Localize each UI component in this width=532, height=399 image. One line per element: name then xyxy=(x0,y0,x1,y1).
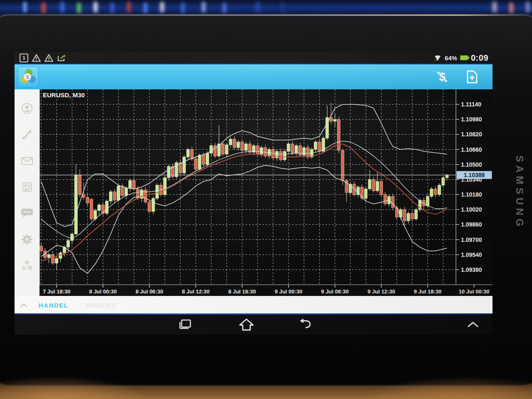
sidebar-item-settings[interactable] xyxy=(15,228,39,251)
time-tick-label: 8 Jul 12:30 xyxy=(182,288,210,295)
tablet-screen: 1 xyxy=(15,52,493,335)
back-icon xyxy=(297,318,312,331)
price-tick-label: 1.09860 xyxy=(461,221,482,228)
time-tick-label: 7 Jul 18:30 xyxy=(43,288,71,295)
app-toolbar: $ $ xyxy=(15,64,493,89)
mail-icon xyxy=(20,155,34,167)
back-button[interactable] xyxy=(290,315,319,334)
chart-background xyxy=(39,89,493,296)
sidebar-item-trade[interactable] xyxy=(15,123,39,146)
price-tick-label: 1.10660 xyxy=(461,146,482,153)
tablet-body: SAMSUNG 1 xyxy=(0,14,532,386)
time-tick-label: 9 Jul 12:30 xyxy=(367,288,395,295)
tab-handel[interactable]: HANDEL xyxy=(39,302,69,309)
time-tick-label: 8 Jul 00:30 xyxy=(89,288,117,295)
metatrader5-logo-icon: $ xyxy=(20,68,37,86)
mt5-app-logo-button[interactable]: $ xyxy=(18,66,39,87)
status-clock: 0:09 xyxy=(471,53,488,63)
screenshot-arrow-icon[interactable] xyxy=(57,54,67,62)
time-tick-label: 8 Jul 18:30 xyxy=(228,288,256,295)
new-order-button[interactable] xyxy=(463,67,482,86)
price-tick-label: 1.11140 xyxy=(461,101,481,108)
time-tick-label: 10 Jul 00:30 xyxy=(459,288,490,295)
battery-icon xyxy=(460,55,468,60)
journal-logo-icon xyxy=(20,259,34,272)
price-chart[interactable]: 1.111401.109801.108201.106601.105001.103… xyxy=(39,89,493,296)
trade-dollar-icon: $ xyxy=(433,69,451,85)
samsung-logo: SAMSUNG xyxy=(514,155,525,230)
nav-expand-button[interactable] xyxy=(458,315,488,334)
chat-icon xyxy=(20,207,34,220)
tab-orders[interactable]: ORDERS xyxy=(86,302,116,309)
price-tick-label: 1.10980 xyxy=(461,116,482,123)
trade-arrows-icon xyxy=(20,128,34,141)
android-status-bar: 1 xyxy=(15,52,493,64)
price-tick-label: 1.10180 xyxy=(461,191,482,198)
price-tick-label: 1.09380 xyxy=(461,266,482,273)
time-tick-label: 8 Jul 06:30 xyxy=(135,288,163,295)
account-icon xyxy=(20,102,34,115)
bottom-tab-bar: HANDEL ORDERS xyxy=(15,296,493,315)
background-bokeh-lights xyxy=(23,2,27,12)
home-icon xyxy=(239,318,254,331)
chevron-up-icon[interactable] xyxy=(20,303,27,307)
time-tick-label: 9 Jul 18:30 xyxy=(414,288,442,295)
android-nav-bar xyxy=(15,315,493,335)
battery-percent: 64% xyxy=(445,54,457,62)
wifi-icon xyxy=(433,54,442,62)
price-tick-label: 1.10820 xyxy=(461,131,482,138)
settings-gear-icon xyxy=(20,233,34,246)
candlestick-chart-svg: 1.111401.109801.108201.106601.105001.103… xyxy=(39,89,493,296)
sidebar-item-news[interactable] xyxy=(15,175,39,199)
home-button[interactable] xyxy=(232,315,261,334)
recents-icon xyxy=(177,318,192,331)
svg-text:$: $ xyxy=(439,70,446,83)
warning-triangle-icon[interactable] xyxy=(32,54,41,62)
price-tick-label: 1.10500 xyxy=(461,161,482,168)
sidebar-item-chat[interactable] xyxy=(15,202,39,225)
chevron-up-icon xyxy=(467,322,479,328)
sidebar-item-accounts[interactable] xyxy=(15,97,39,120)
notification-count-badge[interactable]: 1 xyxy=(20,54,28,62)
svg-text:$: $ xyxy=(26,74,29,80)
price-tick-label: 1.09540 xyxy=(461,251,482,258)
news-icon xyxy=(20,180,34,194)
price-tick-label: 1.09700 xyxy=(461,236,482,243)
sidebar-item-mail[interactable] xyxy=(15,149,39,172)
time-tick-label: 9 Jul 00:30 xyxy=(275,288,303,295)
current-price-label: 1.10388 xyxy=(464,172,485,178)
recents-button[interactable] xyxy=(170,315,200,334)
sidebar-item-journal[interactable] xyxy=(15,254,39,277)
new-order-icon xyxy=(466,69,479,84)
chart-symbol-label: EURUSD, M30 xyxy=(43,91,85,99)
trade-dollar-button[interactable]: $ xyxy=(433,67,452,86)
warning-triangle-icon[interactable] xyxy=(44,54,53,62)
time-tick-label: 9 Jul 06:30 xyxy=(321,288,349,295)
price-tick-label: 1.10020 xyxy=(461,206,482,213)
